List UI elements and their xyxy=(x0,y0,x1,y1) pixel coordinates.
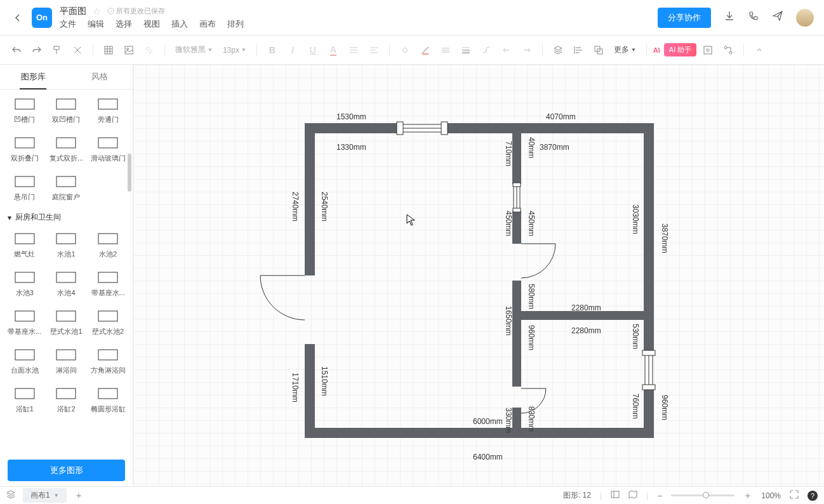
font-select[interactable]: 微软雅黑 ▼ xyxy=(171,44,216,55)
canvas-tab[interactable]: 画布1 ▼ xyxy=(23,488,67,503)
send-icon[interactable] xyxy=(772,10,783,25)
zoom-out-icon[interactable]: − xyxy=(657,491,662,501)
shape-item[interactable]: 浴缸2 xyxy=(46,381,88,418)
redo-icon[interactable] xyxy=(28,41,46,59)
svg-rect-38 xyxy=(305,344,315,438)
shape-item[interactable]: 壁式水池2 xyxy=(87,304,129,340)
undo-icon[interactable] xyxy=(8,41,25,59)
group-icon[interactable] xyxy=(590,41,608,59)
minimap-icon[interactable] xyxy=(628,490,637,501)
dim: 1530mm xyxy=(336,112,366,121)
menu-edit[interactable]: 编辑 xyxy=(88,18,104,30)
shape-item[interactable]: 双折叠门 xyxy=(4,131,46,167)
shape-item[interactable]: 水池3 xyxy=(4,265,46,302)
shape-item[interactable]: 淋浴间 xyxy=(46,343,88,379)
phone-icon[interactable] xyxy=(748,10,759,25)
tab-style[interactable]: 风格 xyxy=(67,65,133,89)
shape-item[interactable]: 方角淋浴间 xyxy=(87,343,129,379)
shape-item[interactable]: 水池2 xyxy=(87,227,129,263)
shape-item[interactable]: 水池4 xyxy=(46,265,88,302)
menu-insert[interactable]: 插入 xyxy=(171,18,188,30)
menu-arrange[interactable]: 排列 xyxy=(227,18,244,30)
shape-thumb-icon xyxy=(95,135,121,151)
share-button[interactable]: 分享协作 xyxy=(658,8,711,28)
add-canvas-icon[interactable]: ＋ xyxy=(74,490,83,501)
shape-label: 台面水池 xyxy=(11,366,39,375)
shape-item[interactable]: 台面水池 xyxy=(4,343,46,379)
more-shapes-button[interactable]: 更多图形 xyxy=(8,460,125,481)
dim: 830mm xyxy=(527,406,536,432)
shape-item[interactable]: 带基座水... xyxy=(87,265,129,302)
canvas[interactable]: 1530mm 4070mm 1330mm 3870mm 710mm 40mm 2… xyxy=(133,65,824,486)
grid-icon[interactable] xyxy=(100,41,117,59)
shape-item[interactable]: 庭院窗户 xyxy=(46,169,88,206)
shape-label: 双折叠门 xyxy=(11,154,39,163)
shape-item[interactable]: 双凹槽门 xyxy=(46,92,88,128)
scrollbar-thumb[interactable] xyxy=(128,154,131,192)
shape-item[interactable]: 水池1 xyxy=(46,227,88,263)
clear-format-icon[interactable] xyxy=(69,41,86,59)
shape-item[interactable]: 壁式水池1 xyxy=(46,304,88,340)
link-icon[interactable] xyxy=(140,41,158,59)
shape-item[interactable]: 椭圆形浴缸 xyxy=(87,381,129,418)
fill-icon[interactable] xyxy=(396,41,414,59)
section-kitchen[interactable]: ▾ 厨房和卫生间 xyxy=(0,206,133,227)
svg-point-9 xyxy=(707,49,709,51)
floorplan-drawing[interactable]: 1530mm 4070mm 1330mm 3870mm 710mm 40mm 2… xyxy=(222,71,679,467)
layers-icon[interactable] xyxy=(6,490,15,501)
shape-item[interactable]: 滑动玻璃门 xyxy=(87,131,129,167)
font-color-icon[interactable]: A xyxy=(324,41,342,59)
size-select[interactable]: 13px ▼ xyxy=(219,46,250,55)
svg-rect-22 xyxy=(98,234,117,244)
fullscreen-icon[interactable] xyxy=(790,490,799,501)
help-icon[interactable]: ? xyxy=(807,491,818,501)
underline-icon[interactable]: U xyxy=(304,41,322,59)
tab-shapes[interactable]: 图形库 xyxy=(0,65,67,89)
flow-icon[interactable] xyxy=(719,41,737,59)
shape-item[interactable]: 凹槽门 xyxy=(4,92,46,128)
align-objects-icon[interactable] xyxy=(569,41,587,59)
svg-rect-41 xyxy=(305,428,654,438)
shape-item[interactable]: 浴缸1 xyxy=(4,381,46,418)
back-button[interactable] xyxy=(10,10,25,25)
menu-canvas[interactable]: 画布 xyxy=(199,18,216,30)
image-icon[interactable] xyxy=(120,41,138,59)
menu-file[interactable]: 文件 xyxy=(60,18,76,30)
shape-item[interactable]: 旁通门 xyxy=(87,92,129,128)
shape-thumb-icon xyxy=(12,230,37,247)
connector-icon[interactable] xyxy=(477,41,495,59)
note-icon[interactable] xyxy=(699,41,717,59)
arrow-end-icon[interactable] xyxy=(518,41,536,59)
stroke-color-icon[interactable] xyxy=(416,41,434,59)
line-style-icon[interactable] xyxy=(437,41,455,59)
zoom-slider[interactable] xyxy=(671,494,734,496)
favorite-icon[interactable]: ☆ xyxy=(93,6,101,17)
zoom-value[interactable]: 100% xyxy=(761,491,781,500)
collapse-icon[interactable] xyxy=(750,41,768,59)
shape-item[interactable]: 复式双折... xyxy=(46,131,88,167)
bold-icon[interactable]: B xyxy=(263,41,281,59)
document-title[interactable]: 平面图 xyxy=(60,6,86,17)
zoom-in-icon[interactable]: ＋ xyxy=(743,490,752,501)
panel-icon[interactable] xyxy=(611,490,620,501)
ai-assistant-button[interactable]: AI 助手 xyxy=(664,43,696,56)
align-icon[interactable] xyxy=(365,41,383,59)
dim: 580mm xyxy=(527,284,536,309)
shape-item[interactable]: 燃气灶 xyxy=(4,227,46,263)
format-painter-icon[interactable] xyxy=(48,41,66,59)
dim: 1330mm xyxy=(336,143,366,152)
download-icon[interactable] xyxy=(724,10,735,25)
avatar[interactable] xyxy=(796,9,814,27)
line-height-icon[interactable] xyxy=(345,41,362,59)
arrow-start-icon[interactable] xyxy=(498,41,515,59)
more-dropdown[interactable]: 更多 ▼ xyxy=(610,44,640,55)
layer-icon[interactable] xyxy=(549,41,567,59)
shape-item[interactable]: 悬吊门 xyxy=(4,169,46,206)
svg-rect-36 xyxy=(444,123,654,133)
italic-icon[interactable]: I xyxy=(284,41,302,59)
shape-item[interactable]: 带基座水... xyxy=(4,304,46,340)
line-weight-icon[interactable] xyxy=(457,41,475,59)
menu-view[interactable]: 视图 xyxy=(143,18,160,30)
menu-select[interactable]: 选择 xyxy=(116,18,132,30)
dim: 40mm xyxy=(527,137,536,158)
